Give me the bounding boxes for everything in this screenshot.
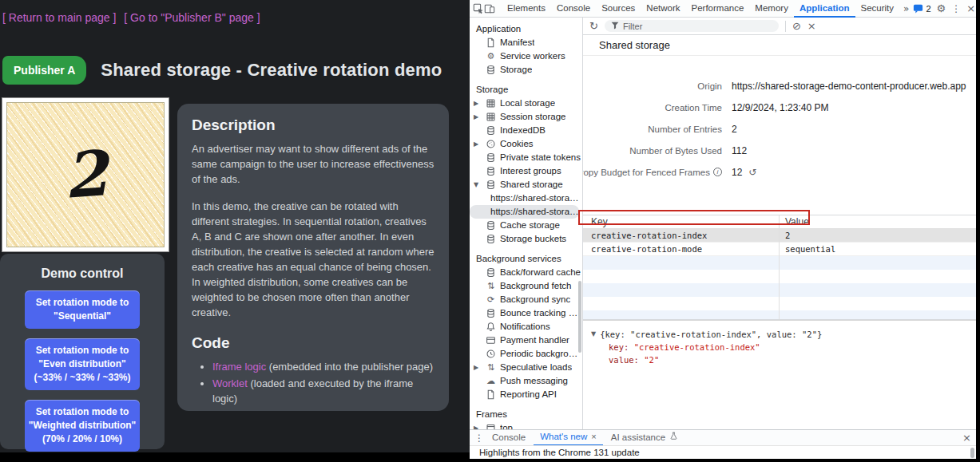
column-header-value[interactable]: Value — [779, 216, 809, 227]
database-icon — [486, 65, 496, 75]
clear-icon[interactable]: ⊘ — [792, 20, 801, 32]
inspect-element-icon[interactable] — [473, 2, 484, 15]
sidebar-item-indexeddb[interactable]: IndexedDB — [470, 124, 582, 137]
filter-input[interactable]: Filter — [605, 20, 779, 32]
sidebar-item-cookies[interactable]: ▶ Cookies — [470, 137, 582, 151]
more-tabs-icon[interactable]: » — [899, 3, 913, 14]
field-value: 112 — [732, 145, 747, 156]
sidebar-item-service-workers[interactable]: ⚙ Service workers — [470, 49, 582, 63]
issues-badge[interactable]: 2 — [913, 4, 930, 14]
devtools-menu-icon[interactable]: ⋮ — [951, 3, 961, 14]
return-to-main-link[interactable]: [ Return to main page ] — [2, 11, 116, 24]
field-value: 2 — [732, 124, 737, 135]
worklet-link[interactable]: Worklet — [212, 377, 248, 389]
database-icon — [486, 152, 496, 163]
tab-elements[interactable]: Elements — [502, 0, 551, 18]
cell-key: creative-rotation-index — [583, 231, 779, 240]
iframe-logic-link[interactable]: Iframe logic — [212, 361, 266, 373]
tab-security[interactable]: Security — [855, 0, 900, 18]
publisher-page: [ Return to main page ] [ Go to "Publish… — [0, 0, 470, 452]
sidebar-item-interest-groups[interactable]: Interest groups — [470, 164, 582, 178]
table-row[interactable]: creative-rotation-mode sequential — [583, 243, 976, 256]
sidebar-item-payment-handler[interactable]: Payment handler — [470, 334, 582, 347]
database-icon — [486, 308, 496, 318]
sidebar-item-local-storage[interactable]: ▶ Local storage — [470, 97, 582, 110]
reset-budget-icon[interactable]: ↺ — [748, 167, 756, 178]
sidebar-item-reporting-api[interactable]: Reporting API — [470, 388, 582, 401]
file-icon — [486, 38, 496, 48]
sidebar-item-background-fetch[interactable]: ⇅ Background fetch — [470, 279, 582, 293]
chevron-down-icon[interactable]: ▼ — [591, 328, 596, 341]
drawer-tab-whats-new[interactable]: What's new × — [534, 430, 603, 446]
device-toolbar-icon[interactable] — [484, 2, 495, 15]
tab-console[interactable]: Console — [551, 0, 596, 18]
column-divider[interactable] — [779, 215, 780, 319]
panel-toolbar: ↻ Filter ⊘ × — [583, 18, 976, 35]
sidebar-item-shared-storage[interactable]: ▼ Shared storage — [470, 178, 582, 192]
sidebar-item-storage[interactable]: Storage — [470, 63, 582, 77]
sidebar-item-cache-storage[interactable]: Cache storage — [470, 219, 582, 232]
field-label: Number of Entries — [648, 124, 722, 134]
sidebar-scrollbar[interactable] — [578, 281, 581, 353]
tab-performance[interactable]: Performance — [686, 0, 750, 18]
sidebar-item-push-messaging[interactable]: ☁ Push messaging — [470, 374, 582, 388]
sidebar-item-manifest[interactable]: Manifest — [470, 36, 582, 49]
chevron-right-icon[interactable]: ▶ — [474, 97, 478, 110]
application-sidebar: Application Manifest ⚙ Service workers S… — [470, 18, 583, 429]
horizontal-scrollbar[interactable] — [970, 448, 974, 458]
sidebar-item-background-sync[interactable]: ⟳ Background sync — [470, 293, 582, 306]
cookie-icon — [486, 139, 496, 149]
chevron-right-icon[interactable]: ▶ — [474, 421, 478, 429]
settings-gear-icon[interactable]: ⚙ — [937, 2, 946, 14]
chevron-right-icon[interactable]: ▶ — [474, 361, 478, 374]
drawer-close-icon[interactable]: × — [962, 432, 971, 444]
devtools-tab-strip: Elements Console Sources Network Perform… — [470, 0, 976, 18]
cell-key: creative-rotation-mode — [583, 244, 779, 254]
sidebar-item-shared-storage-origin-2[interactable]: https://shared-storage… — [470, 205, 579, 219]
sidebar-item-speculative-loads[interactable]: ▶ ⇅ Speculative loads — [470, 361, 582, 374]
field-label: Creation Time — [665, 103, 722, 113]
sidebar-item-notifications[interactable]: Notifications — [470, 320, 582, 334]
sidebar-item-bounce-tracking[interactable]: Bounce tracking miti… — [470, 306, 582, 320]
up-down-arrows-icon: ⇅ — [486, 281, 496, 291]
up-down-arrows-icon: ⇅ — [486, 362, 496, 373]
chevron-down-icon[interactable]: ▼ — [474, 178, 478, 192]
sidebar-item-private-state-tokens[interactable]: Private state tokens — [470, 151, 582, 164]
set-sequential-button[interactable]: Set rotation mode to "Sequential" — [25, 290, 140, 329]
publisher-badge: Publisher A — [2, 56, 86, 85]
tab-application[interactable]: Application — [794, 0, 855, 18]
tab-network[interactable]: Network — [641, 0, 685, 18]
drawer-tab-ai-assistance[interactable]: AI assistance — [605, 430, 684, 446]
table-empty-rows — [583, 256, 976, 319]
publisher-b-link[interactable]: [ Go to "Publisher B" page ] — [124, 11, 260, 24]
sidebar-section-frames: Frames — [470, 408, 582, 421]
chevron-right-icon[interactable]: ▶ — [474, 110, 478, 124]
sidebar-item-storage-buckets[interactable]: Storage buckets — [470, 232, 582, 246]
sidebar-item-back-forward-cache[interactable]: Back/forward cache — [470, 266, 582, 279]
set-even-distribution-button[interactable]: Set rotation mode to "Even distribution"… — [25, 338, 140, 390]
chevron-right-icon[interactable]: ▶ — [474, 137, 478, 151]
flask-icon — [669, 430, 678, 445]
list-item: Iframe logic (embedded into the publishe… — [212, 359, 434, 374]
drawer-tab-console[interactable]: Console — [486, 430, 532, 446]
set-weighted-distribution-button[interactable]: Set rotation mode to "Weighted distribut… — [25, 400, 140, 452]
property-value: "2" — [644, 355, 659, 365]
drawer-tab-strip: ⋮ Console What's new × AI assistance × — [470, 429, 976, 445]
issues-count: 2 — [926, 4, 930, 14]
tab-close-icon[interactable]: × — [591, 429, 596, 444]
table-row[interactable]: creative-rotation-index 2 — [583, 229, 976, 243]
tab-memory[interactable]: Memory — [749, 0, 794, 18]
sidebar-item-top-frame[interactable]: ▶ top — [470, 421, 582, 429]
refresh-icon[interactable]: ↻ — [589, 20, 598, 32]
sidebar-item-session-storage[interactable]: ▶ Session storage — [470, 110, 582, 124]
tab-sources[interactable]: Sources — [596, 0, 641, 18]
delete-selected-icon[interactable]: × — [807, 20, 816, 32]
devtools-close-icon[interactable]: × — [966, 2, 975, 14]
sidebar-item-periodic-background-sync[interactable]: Periodic backgroun… — [470, 347, 582, 361]
filter-funnel-icon — [611, 21, 619, 32]
info-icon[interactable]: i — [713, 168, 722, 176]
cell-value: 2 — [779, 231, 790, 240]
column-header-key[interactable]: Key — [583, 216, 779, 227]
drawer-menu-icon[interactable]: ⋮ — [474, 432, 484, 444]
sidebar-item-shared-storage-origin-1[interactable]: https://shared-storage… — [470, 192, 582, 205]
